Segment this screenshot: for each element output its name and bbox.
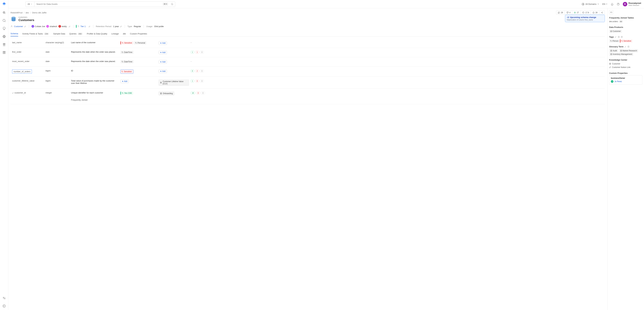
count-pill[interactable]: 1 (190, 51, 194, 54)
svg-point-5 (4, 298, 5, 299)
tag-chip[interactable]: Personal (134, 41, 146, 45)
count-pill[interactable]: 1 (190, 80, 194, 82)
breadcrumb-item[interactable]: Demo dbt Jaffle (32, 12, 46, 14)
request-icon[interactable] (628, 46, 630, 48)
tab-sample-data[interactable]: Sample Data (53, 31, 65, 36)
glossary-icon[interactable] (2, 51, 6, 54)
count-pill[interactable]: 0 (195, 80, 199, 82)
tag-chip[interactable]: Sensitive (120, 41, 133, 45)
tag-chip[interactable]: DateTime (120, 60, 134, 63)
domains-dropdown[interactable]: All Domains (582, 3, 599, 6)
tab-dbt[interactable]: dbt (123, 31, 126, 36)
thumbs-down-icon (566, 12, 568, 14)
glossary-chip[interactable]: Onboarding (158, 92, 174, 95)
user-chip[interactable]: CCollate Joe (32, 25, 45, 28)
tab-custom-properties[interactable]: Custom Properties (130, 31, 147, 36)
tab-schema[interactable]: Schema (10, 31, 18, 36)
search-button[interactable] (169, 3, 175, 6)
add-glossary-button[interactable]: Add (158, 51, 167, 54)
globe-icon[interactable] (2, 35, 6, 38)
breadcrumb-item[interactable]: dev (26, 12, 29, 14)
tier-label[interactable]: Tier 1 (80, 25, 86, 28)
table-row: customer_lifetime_valuebigintTotal value… (10, 77, 605, 89)
owner-link[interactable]: Customer (14, 25, 23, 28)
data-product-chip[interactable]: Customer (609, 30, 622, 33)
search-scope-dropdown[interactable]: All (26, 2, 34, 7)
count-pill[interactable]: 1 (195, 51, 199, 54)
count-pill[interactable]: 18 (190, 92, 195, 94)
followers-stat[interactable]: 27 (572, 11, 580, 15)
glossary-chip[interactable]: Customer Lifetime Value (CLV) (158, 80, 189, 86)
column-type: bigint (46, 70, 70, 72)
edit-icon[interactable] (120, 25, 122, 28)
user-chip[interactable]: Sshailesh (46, 25, 57, 28)
side-glossary-chip[interactable]: Inventory Management (609, 53, 633, 56)
plus-icon[interactable] (618, 36, 620, 38)
edit-icon[interactable] (615, 36, 617, 38)
explore-icon[interactable] (2, 11, 6, 14)
tag-chip[interactable]: Sensitive (120, 70, 134, 74)
side-panel-toggle[interactable] (609, 10, 613, 14)
column-name[interactable]: most_recent_order (12, 60, 30, 63)
request-icon[interactable] (621, 36, 623, 38)
add-glossary-button[interactable]: Add (158, 70, 167, 73)
collapse-icon[interactable] (2, 304, 6, 308)
side-tag-chip[interactable]: Person (609, 39, 620, 43)
search-icon[interactable] (2, 19, 6, 22)
column-name[interactable]: last_name (12, 41, 22, 44)
language-dropdown[interactable]: EN (602, 3, 607, 5)
search-input[interactable] (34, 3, 162, 5)
sp-custom-title: Custom Properties (609, 72, 642, 74)
count-pill[interactable]: 2 (195, 70, 199, 72)
edit-icon[interactable] (88, 25, 90, 28)
add-glossary-button[interactable]: Add (158, 41, 167, 45)
tag-chip[interactable]: Yes CDE (120, 92, 133, 95)
tab-lineage[interactable]: Lineage (112, 31, 119, 36)
upvote-button[interactable]: 28 (556, 11, 565, 15)
user-menu[interactable]: R Rounakpreet Data Steward (623, 2, 641, 6)
column-name[interactable]: first_order (12, 51, 22, 53)
edit-icon[interactable] (69, 25, 71, 28)
tab-activity-feeds-tasks[interactable]: Activity Feeds & Tasks234 (22, 31, 49, 36)
settings-icon[interactable] (2, 296, 6, 300)
edit-icon[interactable] (624, 46, 626, 48)
help-icon[interactable] (617, 3, 620, 6)
governance-icon[interactable] (2, 43, 6, 46)
tab-queries[interactable]: Queries260 (69, 31, 83, 36)
column-name[interactable]: customer_id (14, 92, 26, 94)
count-pill[interactable]: 0 (200, 51, 204, 54)
side-tag-chip[interactable]: Sensitive (620, 39, 632, 43)
tab-profiler-data-quality[interactable]: Profiler & Data Quality (87, 31, 107, 36)
add-tag-button[interactable]: Add (120, 80, 129, 83)
tag-icon (122, 71, 123, 73)
knowledge-link[interactable]: Customer (609, 62, 642, 66)
knowledge-link[interactable]: Customer Notion Link (609, 66, 642, 69)
schema-change-alert[interactable]: Upcoming schema change Deprecation of co… (565, 15, 605, 22)
star-button[interactable]: 28 (591, 11, 599, 15)
count-pill[interactable]: 0 (200, 80, 204, 82)
side-glossary-chip[interactable]: Market Research (619, 49, 638, 52)
share-button[interactable] (599, 11, 605, 15)
breadcrumb-item[interactable]: RedshiftProd (10, 12, 22, 14)
notifications-icon[interactable] (611, 3, 614, 6)
age-stat[interactable]: 17.8 (580, 11, 591, 15)
sp-glossary-title: Glossary Term (609, 45, 624, 48)
user-chip[interactable]: Tteddy (58, 25, 67, 28)
count-pill[interactable]: 0 (201, 92, 205, 94)
count-pill[interactable]: 0 (190, 70, 194, 72)
count-pill[interactable]: 0 (200, 70, 204, 72)
downvote-button[interactable]: 4 (565, 11, 572, 15)
column-name[interactable]: customer_lifetime_value (12, 80, 34, 82)
add-glossary-button[interactable]: Add (158, 60, 167, 64)
page-main: RedshiftProd/dev/Demo dbt Jaffle 28 4 27… (8, 8, 607, 310)
sp-tags-title: Tags (609, 36, 614, 38)
business-owner-link[interactable]: J Jo Perez (611, 80, 641, 83)
column-glossary: Add (158, 41, 189, 45)
count-pill[interactable]: 0 (196, 92, 200, 94)
sp-fjt-table[interactable]: dev.orders (609, 21, 618, 23)
insights-icon[interactable] (2, 27, 6, 30)
side-glossary-chip[interactable]: Audit (609, 49, 618, 52)
tag-chip[interactable]: DateTime (120, 51, 134, 54)
edit-icon[interactable] (24, 25, 26, 28)
column-name[interactable]: number_of_orders (12, 70, 32, 74)
